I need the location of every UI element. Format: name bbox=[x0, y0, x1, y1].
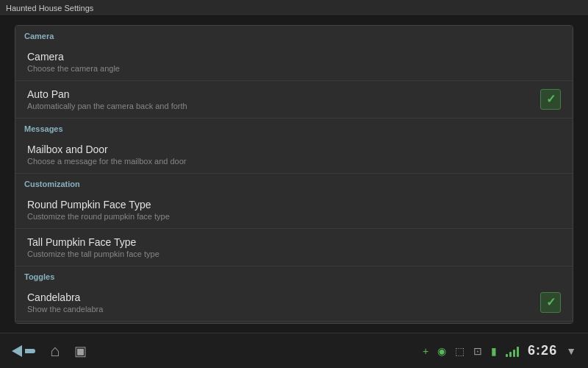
nav-right: + ◉ ⬚ ⊡ ▮ 6:26 ▼ bbox=[423, 343, 576, 358]
settings-icon[interactable]: ▼ bbox=[566, 345, 576, 357]
title-bar: Haunted House Settings bbox=[0, 0, 588, 16]
network-icon: ◉ bbox=[437, 345, 446, 357]
checkmark-auto-pan: ✓ bbox=[546, 93, 556, 105]
home-button[interactable]: ⌂ bbox=[50, 342, 60, 361]
checkmark-candelabra: ✓ bbox=[546, 297, 556, 308]
nav-left: ⌂ ▣ bbox=[12, 342, 87, 361]
checkbox-auto-pan[interactable]: ✓ bbox=[540, 89, 561, 110]
setting-title-round-pumpkin: Round Pumpkin Face Type bbox=[27, 199, 170, 210]
signal-bar-1 bbox=[506, 354, 508, 357]
back-arrow-icon bbox=[12, 343, 35, 359]
section-header-messages: Messages bbox=[15, 118, 573, 136]
back-button[interactable] bbox=[12, 343, 35, 359]
setting-row-camera[interactable]: CameraChoose the camera angle bbox=[15, 43, 573, 81]
setting-text-tall-pumpkin: Tall Pumpkin Face TypeCustomize the tall… bbox=[27, 236, 159, 258]
main-content: CameraCameraChoose the camera angleAuto … bbox=[0, 16, 588, 333]
signal-bar-2 bbox=[509, 352, 512, 357]
settings-panel: CameraCameraChoose the camera angleAuto … bbox=[15, 25, 573, 324]
setting-row-mailbox-door[interactable]: Mailbox and DoorChoose a message for the… bbox=[15, 136, 573, 174]
signal-bar-3 bbox=[513, 350, 515, 357]
checkbox-candelabra[interactable]: ✓ bbox=[540, 292, 561, 313]
setting-subtitle-tall-pumpkin: Customize the tall pumpkin face type bbox=[27, 250, 159, 258]
setting-row-round-pumpkin[interactable]: Round Pumpkin Face TypeCustomize the rou… bbox=[15, 191, 573, 229]
section-header-camera: Camera bbox=[15, 26, 573, 43]
screen-icon: ⬚ bbox=[455, 345, 465, 357]
sync-icon: ⊡ bbox=[473, 345, 482, 357]
setting-title-auto-pan: Auto Pan bbox=[27, 88, 187, 100]
add-icon[interactable]: + bbox=[423, 345, 429, 357]
setting-subtitle-mailbox-door: Choose a message for the mailbox and doo… bbox=[27, 157, 186, 166]
setting-row-candelabra[interactable]: CandelabraShow the candelabra✓ bbox=[15, 284, 573, 322]
setting-title-mailbox-door: Mailbox and Door bbox=[27, 144, 186, 155]
setting-title-camera: Camera bbox=[27, 51, 120, 63]
signal-bars bbox=[506, 345, 519, 357]
setting-text-candelabra: CandelabraShow the candelabra bbox=[27, 291, 103, 314]
setting-text-camera: CameraChoose the camera angle bbox=[27, 51, 120, 73]
time-display: 6:26 bbox=[528, 343, 557, 358]
setting-text-auto-pan: Auto PanAutomatically pan the camera bac… bbox=[27, 88, 187, 110]
setting-subtitle-candelabra: Show the candelabra bbox=[27, 305, 103, 314]
nav-bar: ⌂ ▣ + ◉ ⬚ ⊡ ▮ 6:26 ▼ bbox=[0, 333, 588, 368]
setting-row-auto-pan[interactable]: Auto PanAutomatically pan the camera bac… bbox=[15, 81, 573, 118]
setting-row-tall-pumpkin[interactable]: Tall Pumpkin Face TypeCustomize the tall… bbox=[15, 229, 573, 266]
setting-text-mailbox-door: Mailbox and DoorChoose a message for the… bbox=[27, 144, 186, 166]
setting-subtitle-round-pumpkin: Customize the round pumpkin face type bbox=[27, 212, 170, 221]
setting-text-round-pumpkin: Round Pumpkin Face TypeCustomize the rou… bbox=[27, 199, 170, 221]
setting-subtitle-auto-pan: Automatically pan the camera back and fo… bbox=[27, 102, 187, 110]
battery-icon: ▮ bbox=[491, 345, 497, 357]
signal-bar-4 bbox=[517, 347, 519, 357]
setting-subtitle-camera: Choose the camera angle bbox=[27, 64, 120, 73]
setting-row-chair[interactable]: ChairShow the chair✓ bbox=[15, 322, 573, 324]
setting-title-candelabra: Candelabra bbox=[27, 291, 103, 303]
window-title: Haunted House Settings bbox=[6, 4, 93, 13]
section-header-customization: Customization bbox=[15, 174, 573, 191]
section-header-toggles: Toggles bbox=[15, 266, 573, 284]
setting-title-tall-pumpkin: Tall Pumpkin Face Type bbox=[27, 236, 159, 248]
recent-apps-button[interactable]: ▣ bbox=[74, 343, 87, 359]
